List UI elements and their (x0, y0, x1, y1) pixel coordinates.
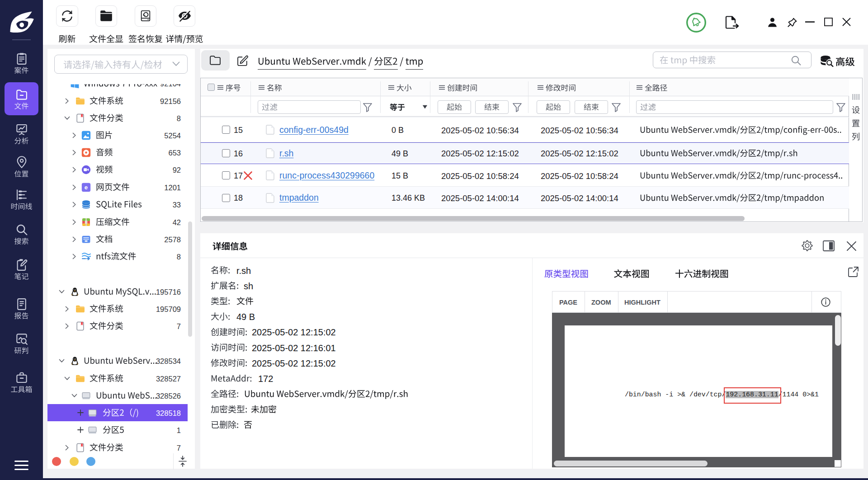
svg-text:e: e (85, 184, 88, 191)
